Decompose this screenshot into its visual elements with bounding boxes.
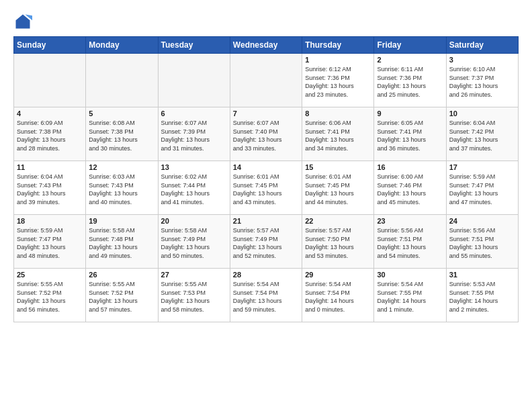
calendar-cell <box>230 54 302 107</box>
calendar-cell <box>158 54 230 107</box>
calendar-cell: 2Sunrise: 6:11 AM Sunset: 7:36 PM Daylig… <box>374 54 446 107</box>
calendar-week-row: 1Sunrise: 6:12 AM Sunset: 7:36 PM Daylig… <box>14 54 519 107</box>
day-info: Sunrise: 6:09 AM Sunset: 7:38 PM Dayligh… <box>17 119 83 152</box>
weekday-header: Sunday <box>14 37 86 54</box>
day-number: 17 <box>449 163 515 171</box>
calendar-week-row: 25Sunrise: 5:55 AM Sunset: 7:52 PM Dayli… <box>14 269 519 322</box>
day-info: Sunrise: 5:54 AM Sunset: 7:55 PM Dayligh… <box>377 280 443 314</box>
day-info: Sunrise: 6:07 AM Sunset: 7:39 PM Dayligh… <box>161 119 227 152</box>
day-info: Sunrise: 6:05 AM Sunset: 7:41 PM Dayligh… <box>377 119 443 152</box>
calendar-cell: 26Sunrise: 5:55 AM Sunset: 7:52 PM Dayli… <box>86 269 158 322</box>
day-number: 3 <box>449 56 515 64</box>
day-info: Sunrise: 6:00 AM Sunset: 7:46 PM Dayligh… <box>377 173 443 206</box>
calendar-cell <box>14 54 86 107</box>
day-info: Sunrise: 6:04 AM Sunset: 7:42 PM Dayligh… <box>449 119 515 152</box>
calendar-cell: 11Sunrise: 6:04 AM Sunset: 7:43 PM Dayli… <box>14 161 86 215</box>
day-info: Sunrise: 5:57 AM Sunset: 7:49 PM Dayligh… <box>233 226 299 260</box>
day-number: 15 <box>305 163 371 171</box>
weekday-header: Saturday <box>446 37 518 54</box>
day-number: 10 <box>449 109 515 118</box>
calendar-cell: 16Sunrise: 6:00 AM Sunset: 7:46 PM Dayli… <box>374 161 446 215</box>
calendar-cell: 3Sunrise: 6:10 AM Sunset: 7:37 PM Daylig… <box>446 54 518 107</box>
calendar-cell: 19Sunrise: 5:58 AM Sunset: 7:48 PM Dayli… <box>86 215 158 269</box>
calendar-cell: 30Sunrise: 5:54 AM Sunset: 7:55 PM Dayli… <box>374 269 446 322</box>
calendar-table: SundayMondayTuesdayWednesdayThursdayFrid… <box>13 36 519 322</box>
day-number: 2 <box>377 56 443 64</box>
calendar-cell: 17Sunrise: 5:59 AM Sunset: 7:47 PM Dayli… <box>446 161 518 215</box>
calendar-cell: 12Sunrise: 6:03 AM Sunset: 7:43 PM Dayli… <box>86 161 158 215</box>
day-number: 1 <box>305 56 371 64</box>
day-info: Sunrise: 5:59 AM Sunset: 7:47 PM Dayligh… <box>17 226 83 260</box>
calendar-cell: 22Sunrise: 5:57 AM Sunset: 7:50 PM Dayli… <box>302 215 374 269</box>
day-number: 8 <box>305 109 371 118</box>
calendar-cell: 24Sunrise: 5:56 AM Sunset: 7:51 PM Dayli… <box>446 215 518 269</box>
calendar-cell: 5Sunrise: 6:08 AM Sunset: 7:38 PM Daylig… <box>86 107 158 161</box>
calendar-cell: 31Sunrise: 5:53 AM Sunset: 7:55 PM Dayli… <box>446 269 518 322</box>
calendar-cell: 6Sunrise: 6:07 AM Sunset: 7:39 PM Daylig… <box>158 107 230 161</box>
day-info: Sunrise: 5:58 AM Sunset: 7:48 PM Dayligh… <box>89 226 154 260</box>
weekday-header: Wednesday <box>230 37 302 54</box>
day-number: 5 <box>89 109 154 118</box>
day-number: 18 <box>17 217 83 225</box>
day-number: 27 <box>161 271 227 279</box>
day-number: 4 <box>17 109 83 118</box>
logo <box>13 12 35 31</box>
day-info: Sunrise: 5:55 AM Sunset: 7:53 PM Dayligh… <box>161 280 227 314</box>
calendar-cell: 27Sunrise: 5:55 AM Sunset: 7:53 PM Dayli… <box>158 269 230 322</box>
calendar-cell: 13Sunrise: 6:02 AM Sunset: 7:44 PM Dayli… <box>158 161 230 215</box>
day-info: Sunrise: 5:58 AM Sunset: 7:49 PM Dayligh… <box>161 226 227 260</box>
calendar-cell: 1Sunrise: 6:12 AM Sunset: 7:36 PM Daylig… <box>302 54 374 107</box>
day-info: Sunrise: 6:04 AM Sunset: 7:43 PM Dayligh… <box>17 173 83 206</box>
calendar-header-row: SundayMondayTuesdayWednesdayThursdayFrid… <box>14 37 519 54</box>
day-number: 26 <box>89 271 154 279</box>
day-info: Sunrise: 6:01 AM Sunset: 7:45 PM Dayligh… <box>233 173 299 206</box>
weekday-header: Friday <box>374 37 446 54</box>
calendar-cell: 8Sunrise: 6:06 AM Sunset: 7:41 PM Daylig… <box>302 107 374 161</box>
day-info: Sunrise: 5:54 AM Sunset: 7:54 PM Dayligh… <box>233 280 299 314</box>
calendar-cell: 10Sunrise: 6:04 AM Sunset: 7:42 PM Dayli… <box>446 107 518 161</box>
day-info: Sunrise: 6:07 AM Sunset: 7:40 PM Dayligh… <box>233 119 299 152</box>
day-number: 16 <box>377 163 443 171</box>
day-number: 7 <box>233 109 299 118</box>
day-info: Sunrise: 6:10 AM Sunset: 7:37 PM Dayligh… <box>449 65 515 99</box>
day-info: Sunrise: 6:08 AM Sunset: 7:38 PM Dayligh… <box>89 119 154 152</box>
day-number: 31 <box>449 271 515 279</box>
day-info: Sunrise: 5:54 AM Sunset: 7:54 PM Dayligh… <box>305 280 371 314</box>
day-number: 24 <box>449 217 515 225</box>
calendar-cell: 23Sunrise: 5:56 AM Sunset: 7:51 PM Dayli… <box>374 215 446 269</box>
calendar-week-row: 18Sunrise: 5:59 AM Sunset: 7:47 PM Dayli… <box>14 215 519 269</box>
day-number: 12 <box>89 163 154 171</box>
day-number: 30 <box>377 271 443 279</box>
day-info: Sunrise: 6:03 AM Sunset: 7:43 PM Dayligh… <box>89 173 154 206</box>
calendar-cell: 4Sunrise: 6:09 AM Sunset: 7:38 PM Daylig… <box>14 107 86 161</box>
day-info: Sunrise: 5:56 AM Sunset: 7:51 PM Dayligh… <box>449 226 515 260</box>
day-number: 25 <box>17 271 83 279</box>
day-number: 11 <box>17 163 83 171</box>
calendar-cell: 7Sunrise: 6:07 AM Sunset: 7:40 PM Daylig… <box>230 107 302 161</box>
calendar-cell: 15Sunrise: 6:01 AM Sunset: 7:45 PM Dayli… <box>302 161 374 215</box>
weekday-header: Tuesday <box>158 37 230 54</box>
calendar-week-row: 4Sunrise: 6:09 AM Sunset: 7:38 PM Daylig… <box>14 107 519 161</box>
calendar-cell: 18Sunrise: 5:59 AM Sunset: 7:47 PM Dayli… <box>14 215 86 269</box>
day-info: Sunrise: 6:12 AM Sunset: 7:36 PM Dayligh… <box>305 65 371 99</box>
day-info: Sunrise: 5:55 AM Sunset: 7:52 PM Dayligh… <box>17 280 83 314</box>
day-number: 22 <box>305 217 371 225</box>
day-number: 29 <box>305 271 371 279</box>
header <box>13 12 519 31</box>
calendar-cell: 20Sunrise: 5:58 AM Sunset: 7:49 PM Dayli… <box>158 215 230 269</box>
day-number: 13 <box>161 163 227 171</box>
calendar-cell: 14Sunrise: 6:01 AM Sunset: 7:45 PM Dayli… <box>230 161 302 215</box>
day-number: 6 <box>161 109 227 118</box>
weekday-header: Thursday <box>302 37 374 54</box>
day-info: Sunrise: 5:55 AM Sunset: 7:52 PM Dayligh… <box>89 280 154 314</box>
day-info: Sunrise: 5:56 AM Sunset: 7:51 PM Dayligh… <box>377 226 443 260</box>
day-info: Sunrise: 6:06 AM Sunset: 7:41 PM Dayligh… <box>305 119 371 152</box>
weekday-header: Monday <box>86 37 158 54</box>
day-number: 23 <box>377 217 443 225</box>
calendar-cell: 25Sunrise: 5:55 AM Sunset: 7:52 PM Dayli… <box>14 269 86 322</box>
day-info: Sunrise: 6:11 AM Sunset: 7:36 PM Dayligh… <box>377 65 443 99</box>
day-number: 20 <box>161 217 227 225</box>
day-info: Sunrise: 5:53 AM Sunset: 7:55 PM Dayligh… <box>449 280 515 314</box>
calendar-cell: 21Sunrise: 5:57 AM Sunset: 7:49 PM Dayli… <box>230 215 302 269</box>
calendar-cell <box>86 54 158 107</box>
